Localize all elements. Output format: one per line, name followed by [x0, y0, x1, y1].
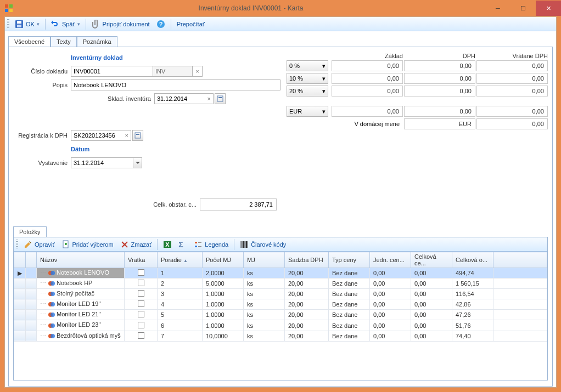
doc-header-link[interactable]: Inventúrny doklad [71, 54, 123, 61]
vat-0-cell[interactable]: 0,00 [404, 60, 475, 71]
item-add-button[interactable]: Pridať výberom [58, 239, 117, 250]
domestic-label: V domácej mene [287, 121, 403, 127]
attach-button[interactable]: Pripojiť dokument [88, 19, 153, 30]
delete-icon [120, 240, 129, 249]
col-vratka[interactable]: Vratka [125, 252, 158, 268]
col-unit[interactable]: MJ [244, 252, 285, 268]
maximize-button[interactable]: ☐ [510, 1, 536, 16]
base-1-cell[interactable]: 0,00 [332, 73, 403, 84]
table-row[interactable]: ⋯Monitor LED 19''41,0000ks20,00Bez dane0… [14, 299, 547, 310]
chevron-down-icon [136, 161, 140, 165]
vat-reg-label: Registrácia k DPH [13, 132, 71, 139]
help-button[interactable]: ? [153, 19, 169, 30]
main-tabstrip: Všeobecné Texty Poznámka [8, 36, 553, 47]
table-row[interactable]: ⋯Bezdrôtová optická myš710,0000ks20,00Be… [14, 331, 547, 341]
date-header-link[interactable]: Dátum [71, 146, 89, 152]
table-row[interactable]: ⋯Notebook HP25,0000ks20,00Bez dane0,000,… [14, 279, 547, 289]
stock-inv-lookup-button[interactable] [215, 93, 226, 104]
svg-rect-19 [198, 246, 201, 247]
vratka-checkbox[interactable] [138, 322, 144, 328]
desc-label: Popis [13, 82, 71, 88]
incl-0-cell[interactable]: 0,00 [476, 60, 548, 71]
svg-rect-16 [195, 242, 197, 243]
table-row[interactable]: ⋯Stolný počítač31,0000ks20,00Bez dane0,0… [14, 289, 547, 299]
item-sum-button[interactable]: Σ [175, 239, 190, 250]
col-order[interactable]: Poradie▲ [158, 252, 203, 268]
items-grid[interactable]: Názov Vratka Poradie▲ Počet MJ MJ Sadzba… [14, 252, 547, 380]
svg-point-27 [51, 302, 55, 306]
currency-select[interactable]: EUR▾ [287, 106, 328, 117]
svg-rect-6 [17, 25, 21, 27]
stock-inv-clear-button[interactable]: × [207, 95, 211, 102]
vat-1-cell[interactable]: 0,00 [404, 73, 475, 84]
chevron-down-icon: ▾ [322, 63, 326, 70]
vat-rate-1-select[interactable]: 10 %▾ [287, 73, 328, 84]
tab-texts[interactable]: Texty [51, 36, 77, 47]
svg-point-25 [51, 292, 55, 296]
item-delete-button[interactable]: Zmazať [117, 239, 155, 250]
vat-reg-clear-button[interactable]: × [125, 132, 128, 139]
cur-incl-cell[interactable]: 0,00 [476, 106, 548, 117]
cur-base-cell[interactable]: 0,00 [332, 106, 403, 117]
vratka-checkbox[interactable] [138, 269, 144, 276]
chevron-down-icon: ▾ [322, 108, 326, 115]
domestic-val-cell[interactable]: 0,00 [476, 118, 548, 129]
col-total[interactable]: Celková ce... [411, 252, 452, 268]
doc-series-display: INV [153, 66, 193, 77]
table-row[interactable]: ▶⋯Notebook LENOVO12,0000ks20,00Bez dane0… [14, 268, 547, 279]
table-row[interactable]: ⋯Monitor LED 21''51,0000ks20,00Bez dane0… [14, 310, 547, 320]
col-name[interactable]: Názov [37, 252, 125, 268]
base-0-cell[interactable]: 0,00 [332, 60, 403, 71]
back-dropdown-icon[interactable]: ▾ [77, 21, 80, 27]
item-icon [48, 300, 55, 308]
item-excel-button[interactable]: X [160, 239, 175, 250]
svg-rect-1 [9, 4, 13, 8]
vratka-checkbox[interactable] [138, 311, 144, 317]
item-legend-button[interactable]: Legenda [190, 239, 232, 250]
col-pricetype[interactable]: Typ ceny [329, 252, 370, 268]
tab-general[interactable]: Všeobecné [8, 36, 51, 47]
vratka-checkbox[interactable] [138, 300, 144, 307]
lookup-icon [134, 132, 141, 139]
col-qty[interactable]: Počet MJ [203, 252, 244, 268]
vat-rate-2-select[interactable]: 20 %▾ [287, 86, 328, 96]
col-vat[interactable]: Sadzba DPH [285, 252, 329, 268]
vat-2-cell[interactable]: 0,00 [404, 86, 475, 96]
ok-button[interactable]: OK ▾ [12, 19, 43, 30]
table-row[interactable]: ⋯Monitor LED 23''61,0000ks20,00Bez dane0… [14, 320, 547, 331]
item-barcode-button[interactable]: Čiarové kódy [237, 239, 289, 250]
recalc-button[interactable]: Prepočítať [173, 20, 208, 29]
close-button[interactable]: ✕ [536, 1, 561, 16]
doc-number-input[interactable] [71, 66, 153, 77]
col-unitprice[interactable]: Jedn. cen... [370, 252, 411, 268]
excel-icon: X [163, 240, 172, 249]
stock-inv-date-input[interactable]: 31.12.2014 × [154, 93, 214, 104]
issue-date-dropdown-button[interactable] [133, 158, 142, 168]
tab-note[interactable]: Poznámka [77, 36, 117, 47]
back-button[interactable]: Späť ▾ [48, 19, 83, 30]
ok-dropdown-icon[interactable]: ▾ [37, 21, 40, 27]
base-2-cell[interactable]: 0,00 [332, 86, 403, 96]
minimize-button[interactable]: ─ [485, 1, 510, 16]
tab-items[interactable]: Položky [13, 226, 47, 237]
total-label: Celk. obstar. c... [145, 201, 200, 208]
vat-reg-lookup-button[interactable] [132, 130, 143, 141]
cur-vat-cell[interactable]: 0,00 [404, 106, 475, 117]
vat-rate-0-select[interactable]: 0 %▾ [287, 60, 328, 71]
issue-date-input[interactable]: 31.12.2014 [71, 157, 142, 168]
col-spacer [493, 252, 547, 268]
svg-rect-5 [17, 21, 21, 24]
vratka-checkbox[interactable] [138, 280, 144, 286]
vratka-checkbox[interactable] [138, 290, 144, 297]
desc-input[interactable] [71, 79, 280, 90]
incl-2-cell[interactable]: 0,00 [476, 86, 548, 96]
svg-rect-18 [198, 242, 201, 243]
item-icon [48, 269, 55, 277]
item-edit-button[interactable]: Opraviť [20, 239, 58, 250]
col-totalcost[interactable]: Celková o... [452, 252, 493, 268]
toolbar-grip-icon [7, 19, 9, 29]
vratka-checkbox[interactable] [138, 332, 144, 339]
incl-1-cell[interactable]: 0,00 [476, 73, 548, 84]
doc-series-clear-button[interactable]: × [193, 66, 203, 77]
vat-reg-input[interactable]: SK2020123456 × [71, 130, 131, 141]
